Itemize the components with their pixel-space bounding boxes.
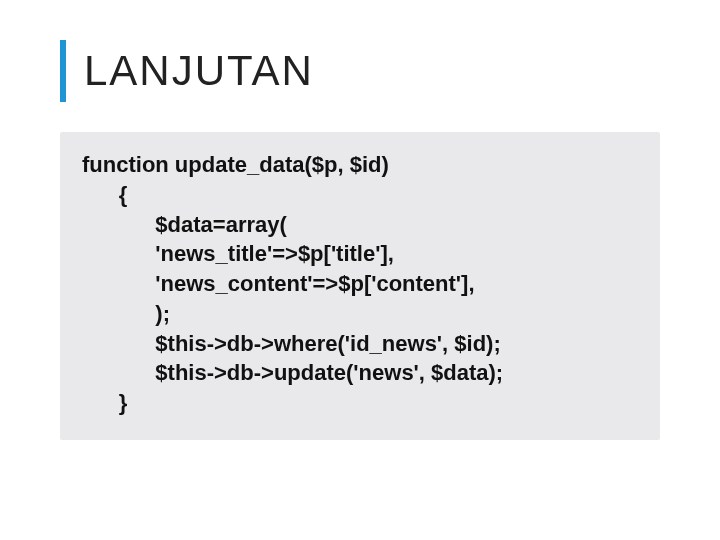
code-line: 'news_title'=>$p['title'], (82, 239, 638, 269)
code-line: 'news_content'=>$p['content'], (82, 269, 638, 299)
code-line: { (82, 180, 638, 210)
slide-title: LANJUTAN (84, 40, 314, 102)
code-block: function update_data($p, $id) { $data=ar… (60, 132, 660, 439)
code-line: $data=array( (82, 210, 638, 240)
slide-title-wrap: LANJUTAN (60, 40, 670, 102)
title-accent-bar (60, 40, 66, 102)
slide: LANJUTAN function update_data($p, $id) {… (0, 0, 720, 540)
code-line: ); (82, 299, 638, 329)
code-line: function update_data($p, $id) (82, 150, 638, 180)
code-line: } (82, 388, 638, 418)
code-line: $this->db->update('news', $data); (82, 358, 638, 388)
code-line: $this->db->where('id_news', $id); (82, 329, 638, 359)
